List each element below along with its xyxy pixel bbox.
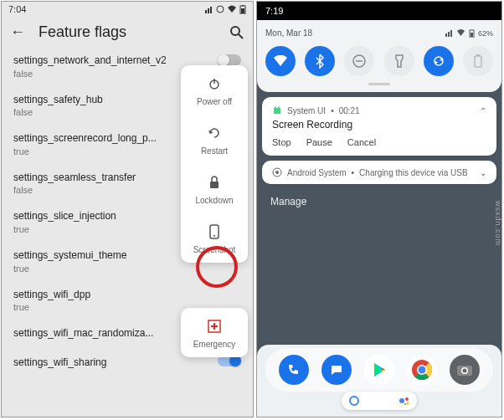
- svg-point-7: [231, 27, 239, 35]
- status-icons: [205, 5, 246, 14]
- svg-rect-26: [274, 108, 280, 114]
- svg-point-3: [217, 6, 224, 13]
- quick-settings-panel: Mon, Mar 18 62%: [257, 20, 501, 92]
- svg-point-13: [213, 235, 215, 237]
- signal-icon: [445, 29, 453, 37]
- camera-app-icon[interactable]: [450, 355, 480, 385]
- qs-rotation[interactable]: [424, 46, 454, 76]
- status-bar: 7:04: [2, 2, 253, 17]
- status-bar: 7:19: [257, 2, 501, 20]
- wifi-icon: [227, 5, 237, 13]
- svg-rect-11: [210, 182, 219, 188]
- shade-header: Mon, Mar 18 62%: [265, 28, 493, 38]
- lock-icon: [206, 174, 223, 191]
- qs-battery-saver[interactable]: [463, 46, 493, 76]
- phone-app-icon[interactable]: [279, 355, 309, 385]
- svg-rect-5: [242, 5, 244, 6]
- cast-icon: [216, 5, 224, 13]
- search-pill[interactable]: [342, 392, 417, 410]
- svg-rect-2: [210, 7, 212, 13]
- wifi-icon: [456, 29, 465, 37]
- svg-rect-6: [241, 8, 244, 13]
- restart-icon: [206, 125, 223, 141]
- action-stop[interactable]: Stop: [272, 137, 291, 147]
- qs-bluetooth[interactable]: [305, 46, 335, 76]
- toggle-switch[interactable]: [218, 54, 241, 66]
- svg-point-38: [463, 369, 467, 373]
- settings-icon: [272, 167, 282, 177]
- lockdown-button[interactable]: Lockdown: [181, 164, 248, 213]
- chevron-down-icon[interactable]: ⌄: [480, 168, 486, 177]
- power-off-button[interactable]: Power off: [181, 65, 248, 115]
- qs-wifi[interactable]: [265, 46, 296, 76]
- date-label: Mon, Mar 18: [265, 28, 312, 38]
- svg-rect-25: [476, 54, 480, 56]
- notification-title: Screen Recording: [272, 119, 486, 131]
- chrome-app-icon[interactable]: [407, 355, 437, 385]
- svg-point-41: [405, 397, 409, 401]
- android-icon: [272, 105, 282, 115]
- play-store-icon[interactable]: [364, 355, 394, 385]
- notification-actions: Stop Pause Cancel: [272, 137, 486, 147]
- screenshot-button[interactable]: Screenshot: [181, 213, 248, 263]
- signal-icon: [205, 5, 213, 13]
- action-cancel[interactable]: Cancel: [347, 137, 376, 147]
- restart-button[interactable]: Restart: [181, 115, 248, 164]
- messages-app-icon[interactable]: [321, 355, 352, 385]
- svg-rect-0: [205, 10, 207, 13]
- svg-line-8: [239, 34, 243, 38]
- page-title: Feature flags: [39, 23, 216, 41]
- svg-rect-1: [208, 8, 209, 13]
- svg-rect-19: [450, 30, 452, 37]
- shade-status-icons: 62%: [445, 29, 493, 38]
- svg-point-30: [275, 171, 279, 174]
- google-icon: [348, 395, 360, 407]
- svg-rect-24: [475, 56, 481, 67]
- svg-point-40: [399, 398, 404, 403]
- notification-charging[interactable]: Android System • Charging this device vi…: [262, 161, 496, 184]
- app-header: ← Feature flags: [2, 17, 253, 48]
- assistant-icon: [399, 395, 410, 407]
- battery-icon: [469, 29, 475, 38]
- status-time: 7:19: [265, 6, 283, 16]
- action-pause[interactable]: Pause: [306, 137, 332, 147]
- watermark: wsxdn.com: [494, 201, 502, 246]
- notification-header: System UI • 00:21 ⌃: [272, 105, 486, 115]
- battery-icon: [239, 5, 246, 14]
- home-area: [257, 345, 501, 417]
- chevron-up-icon[interactable]: ⌃: [480, 106, 486, 115]
- quick-settings-row: [265, 46, 493, 76]
- svg-rect-17: [445, 33, 447, 37]
- dock: [265, 348, 493, 392]
- qs-flashlight[interactable]: [384, 46, 414, 76]
- svg-rect-16: [211, 325, 218, 327]
- emergency-button[interactable]: Emergency: [181, 308, 248, 357]
- svg-point-42: [407, 402, 409, 405]
- svg-rect-21: [471, 33, 473, 37]
- svg-point-27: [275, 106, 276, 108]
- svg-rect-18: [448, 32, 450, 37]
- manage-button[interactable]: Manage: [257, 189, 501, 214]
- status-time: 7:04: [8, 4, 26, 14]
- emergency-icon: [206, 318, 223, 335]
- phone-icon: [206, 223, 223, 240]
- phone-notification-shade: 7:19 Mon, Mar 18 62% System UI • 00: [256, 1, 502, 417]
- svg-point-35: [419, 366, 426, 374]
- svg-point-43: [404, 403, 406, 405]
- power-menu: Power off Restart Lockdown Screenshot: [181, 65, 248, 263]
- shade-drag-handle[interactable]: [368, 83, 390, 85]
- qs-dnd[interactable]: [344, 46, 374, 76]
- svg-point-39: [350, 397, 358, 405]
- power-icon: [206, 75, 223, 92]
- back-icon[interactable]: ←: [10, 23, 25, 41]
- phone-feature-flags: 7:04 ← Feature flags settings_network_an…: [1, 1, 254, 417]
- notification-screen-recording[interactable]: System UI • 00:21 ⌃ Screen Recording Sto…: [262, 97, 496, 156]
- svg-point-28: [278, 106, 280, 108]
- search-icon[interactable]: [229, 25, 244, 40]
